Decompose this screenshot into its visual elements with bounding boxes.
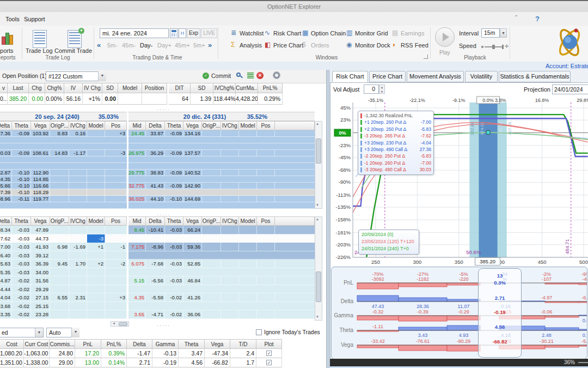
chain-cell[interactable] [105,226,127,234]
chain-cell[interactable] [69,183,87,189]
chain-cell[interactable]: 47.89 [31,226,50,234]
chain-row[interactable] [128,176,315,183]
chain-cell[interactable]: -0.10 [12,170,31,176]
chain-cell[interactable] [50,226,69,234]
chain-cell[interactable]: +3 [105,293,127,302]
interval-dropdown-icon[interactable]: ▼ [500,28,507,38]
calendar-icon[interactable] [170,28,178,38]
chain-cell[interactable]: 59.36 [183,243,202,251]
chain-cell[interactable]: -0.02 [12,285,31,294]
chain-cell[interactable] [239,243,257,251]
chain-cell[interactable]: 1.70 [69,260,87,268]
chain-cell[interactable] [87,310,105,319]
chain-cell[interactable] [87,183,105,189]
trading-date-field[interactable]: mi. 24 ene. 2024 [100,28,169,38]
chain-cell[interactable] [257,226,275,234]
chain-cell[interactable]: -0.02 [12,276,31,285]
chain-cell[interactable] [202,310,221,319]
interval-select[interactable]: 15m [481,28,500,38]
chain-cell[interactable]: +3 [105,130,127,137]
position-selector-arrow-icon[interactable]: ▼ [98,71,106,81]
chain-cell[interactable]: 119.77 [31,196,50,202]
chain-cell[interactable]: 24.45 [128,130,146,137]
chain-cell[interactable]: -0.10 [12,176,31,183]
chain-cell[interactable] [105,251,127,260]
chain-cell[interactable] [87,276,105,285]
chain-cell[interactable] [50,310,69,319]
chain-cell[interactable]: 116.66 [31,183,50,189]
chain-cell[interactable] [105,285,127,294]
chain-cell[interactable]: -4.71 [146,310,165,319]
chain-row[interactable] [128,137,315,143]
chain-row[interactable] [0,202,127,209]
chain-cell[interactable] [50,251,69,260]
chain-cell[interactable]: 134.16 [183,130,202,137]
tab-price-chart[interactable]: Price Chart [369,71,406,82]
ribbon-collapse-icon[interactable]: ⌃ [514,14,518,20]
chain-cell[interactable]: -0.09 [12,130,31,137]
chain-cell[interactable] [69,276,87,285]
chain-row[interactable] [128,143,315,150]
chain-cell[interactable]: 7.175 [128,243,146,251]
chain-row[interactable] [128,156,315,163]
chain-cell[interactable] [69,285,87,294]
chain-cell[interactable]: -0.03 [12,226,31,234]
chain-row[interactable] [128,163,315,170]
chain-row[interactable] [128,251,315,260]
position-view-arrow-icon[interactable]: ▼ [35,328,43,337]
chain-cell[interactable]: -2 [105,260,127,268]
nav-45m-plus[interactable]: 45m+ [175,42,190,49]
chain-cell[interactable] [87,226,105,234]
chain-cell[interactable] [202,130,221,137]
chain-cell[interactable] [69,251,87,260]
trade-log-button[interactable]: Trade Log [26,47,53,54]
chain-cell[interactable] [221,150,239,156]
plot-checkbox[interactable]: ✓ [266,351,272,356]
chain-cell[interactable]: -1 [105,243,127,251]
chain-cell[interactable]: -0.03 [12,243,31,251]
chain-cell[interactable]: -4.87 [0,276,12,285]
chain-cell[interactable]: -5.58 [146,293,165,302]
chain-cell[interactable]: 32.87 [0,170,12,176]
chain-cell[interactable] [202,183,221,189]
chain-cell[interactable]: -7.00 [0,243,12,251]
close-position-icon[interactable]: ✕ [256,72,264,79]
chain-cell[interactable] [257,196,275,202]
chain-cell[interactable]: 6.075 [128,260,146,268]
chain-cell[interactable]: -6.40 [0,251,12,260]
chain-cell[interactable]: -7.62 [0,234,12,243]
chain-cell[interactable] [50,268,69,277]
chain-cell[interactable]: -1.69 [69,243,87,251]
chain-cell[interactable] [50,196,69,202]
chain-cell[interactable]: -1.17 [69,150,87,156]
chain-cell[interactable] [87,150,105,156]
chain-cell[interactable]: 26.975 [128,150,146,156]
reports-button-label[interactable]: Reports [0,47,14,54]
chain-cell[interactable] [87,130,105,137]
export-icon[interactable] [247,73,254,79]
chain-cell[interactable]: -0.02 [12,302,31,311]
chain-cell[interactable] [257,310,275,319]
scroll-up-icon[interactable]: ▲ [316,122,319,125]
chain-cell[interactable]: 41.43 [146,183,165,189]
scroll-down-icon[interactable]: ▼ [316,203,319,207]
chain-cell[interactable] [105,234,127,243]
chain-cell[interactable] [69,189,87,196]
chain-cell[interactable] [69,170,87,176]
chain-cell[interactable]: 30.03 [0,150,12,156]
chain-cell[interactable]: 23.28 [31,310,50,319]
chain-cell[interactable] [87,268,105,277]
chain-cell[interactable] [221,293,239,302]
chain-cell[interactable]: 36.025 [128,196,146,202]
chain-cell[interactable]: 0.16 [69,130,87,137]
chain-row[interactable] [128,268,315,277]
scroll-up-icon[interactable]: ▲ [316,218,319,221]
chain-cell[interactable]: 29.29 [31,285,50,294]
help-icon[interactable]: ? [535,15,540,23]
trade-log-icon[interactable] [33,30,47,48]
chain-cell[interactable]: -3 [105,150,127,156]
commit-trade-icon[interactable]: + [68,30,82,48]
splitter-dots[interactable]: ····· [157,323,170,328]
chain-cell[interactable]: -0.09 [165,150,183,156]
chain-cell[interactable]: -8.96 [146,243,165,251]
